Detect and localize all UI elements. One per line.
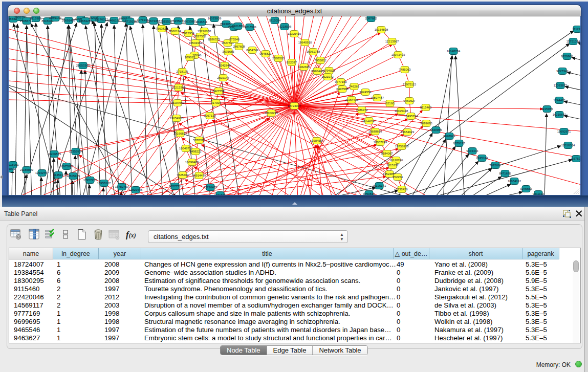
svg-text:15136141: 15136141 xyxy=(373,184,386,187)
svg-text:10719155: 10719155 xyxy=(123,20,137,23)
svg-text:822037: 822037 xyxy=(287,61,297,64)
svg-text:10973493: 10973493 xyxy=(391,53,405,56)
svg-text:13716485: 13716485 xyxy=(204,186,217,189)
svg-text:5498222: 5498222 xyxy=(189,150,202,153)
svg-text:5878332: 5878332 xyxy=(193,139,205,142)
svg-text:2087682: 2087682 xyxy=(365,17,377,20)
svg-text:8454749: 8454749 xyxy=(246,49,258,52)
svg-text:16107552: 16107552 xyxy=(171,101,185,104)
svg-text:12213967: 12213967 xyxy=(385,40,399,43)
svg-text:15751074: 15751074 xyxy=(567,40,580,43)
svg-text:1362635: 1362635 xyxy=(298,65,310,69)
svg-text:19756928: 19756928 xyxy=(395,145,409,148)
svg-text:62160: 62160 xyxy=(386,102,395,105)
svg-text:15495794: 15495794 xyxy=(404,115,418,118)
svg-text:111230: 111230 xyxy=(572,28,580,31)
svg-text:13325419: 13325419 xyxy=(288,32,301,35)
svg-text:10025438: 10025438 xyxy=(395,110,408,113)
svg-text:13226058: 13226058 xyxy=(198,30,211,33)
svg-text:8471676: 8471676 xyxy=(499,172,511,175)
svg-text:9242848: 9242848 xyxy=(219,64,231,67)
svg-text:9750812: 9750812 xyxy=(363,192,375,195)
svg-text:9311132: 9311132 xyxy=(533,192,545,195)
svg-text:16099489: 16099489 xyxy=(185,161,199,164)
svg-text:7632621: 7632621 xyxy=(489,164,502,167)
svg-text:1733426: 1733426 xyxy=(396,188,408,191)
svg-text:19654923: 19654923 xyxy=(401,130,415,134)
svg-text:17016504: 17016504 xyxy=(561,144,575,147)
svg-text:19384554: 19384554 xyxy=(310,139,324,142)
svg-text:15958107: 15958107 xyxy=(97,182,111,185)
svg-text:9184067: 9184067 xyxy=(381,152,393,155)
svg-text:12823446: 12823446 xyxy=(129,188,143,191)
svg-text:746266: 746266 xyxy=(349,85,360,88)
svg-text:8186323: 8186323 xyxy=(208,38,220,41)
svg-text:18640910: 18640910 xyxy=(298,41,312,44)
svg-text:9474444: 9474444 xyxy=(466,149,478,152)
svg-text:7485063: 7485063 xyxy=(399,68,411,71)
svg-text:10671355: 10671355 xyxy=(147,19,161,23)
svg-text:7386372: 7386372 xyxy=(356,108,368,112)
svg-text:6879197: 6879197 xyxy=(453,142,465,145)
svg-text:9646821: 9646821 xyxy=(259,52,272,55)
svg-text:16033809: 16033809 xyxy=(208,17,222,20)
svg-text:20364436: 20364436 xyxy=(345,98,359,101)
svg-text:317004: 317004 xyxy=(211,101,222,104)
svg-text:8938923: 8938923 xyxy=(443,135,455,138)
svg-text:1615132: 1615132 xyxy=(386,164,399,167)
svg-text:16210643: 16210643 xyxy=(553,113,567,116)
svg-text:10654112: 10654112 xyxy=(508,180,521,183)
svg-text:15692971: 15692971 xyxy=(557,130,571,133)
svg-text:7955812: 7955812 xyxy=(314,59,326,62)
svg-text:3675685: 3675685 xyxy=(222,50,234,53)
svg-text:12093872: 12093872 xyxy=(554,84,568,87)
svg-text:16033801: 16033801 xyxy=(183,20,197,23)
svg-text:1167533: 1167533 xyxy=(571,157,580,160)
svg-text:12505105: 12505105 xyxy=(67,174,80,178)
svg-text:10688609: 10688609 xyxy=(368,130,382,133)
svg-text:6794028: 6794028 xyxy=(323,69,335,72)
svg-text:2718176: 2718176 xyxy=(176,70,188,73)
svg-text:7663822: 7663822 xyxy=(156,27,168,30)
svg-text:28053346: 28053346 xyxy=(76,64,90,67)
svg-text:19654935: 19654935 xyxy=(170,117,184,120)
svg-text:20691406: 20691406 xyxy=(62,19,76,22)
svg-text:18724007: 18724007 xyxy=(288,104,301,107)
svg-text:19166827: 19166827 xyxy=(173,132,187,135)
svg-text:9699695: 9699695 xyxy=(420,122,432,125)
svg-text:3624554: 3624554 xyxy=(359,91,372,94)
svg-text:9227342: 9227342 xyxy=(556,70,569,73)
svg-text:9660124: 9660124 xyxy=(169,30,181,33)
svg-text:989015: 989015 xyxy=(185,56,195,59)
svg-text:8990448: 8990448 xyxy=(311,70,323,73)
svg-text:3215955: 3215955 xyxy=(541,107,553,111)
svg-text:10807487: 10807487 xyxy=(371,96,384,99)
svg-text:1621072: 1621072 xyxy=(321,75,334,78)
svg-text:9657771: 9657771 xyxy=(169,185,181,188)
svg-text:2867608: 2867608 xyxy=(233,45,245,48)
svg-text:9646811: 9646811 xyxy=(196,20,208,24)
svg-text:20206575: 20206575 xyxy=(48,152,61,156)
svg-text:18807249: 18807249 xyxy=(374,141,387,144)
svg-text:9463627: 9463627 xyxy=(403,99,416,102)
svg-text:10975867: 10975867 xyxy=(60,165,74,168)
svg-text:15276021: 15276021 xyxy=(95,18,108,21)
svg-text:12359934: 12359934 xyxy=(69,150,83,153)
svg-text:7625402: 7625402 xyxy=(177,173,189,177)
svg-text:2935114: 2935114 xyxy=(476,157,489,160)
svg-text:9777169: 9777169 xyxy=(335,80,347,83)
svg-text:9115460: 9115460 xyxy=(420,106,432,109)
svg-text:3915001: 3915001 xyxy=(9,167,15,170)
svg-text:9115901: 9115901 xyxy=(30,17,42,20)
svg-text:16914479: 16914479 xyxy=(192,174,206,177)
svg-text:8427552: 8427552 xyxy=(212,90,225,93)
svg-text:12213369: 12213369 xyxy=(172,86,186,89)
svg-text:9327505: 9327505 xyxy=(194,35,206,38)
svg-text:18300295: 18300295 xyxy=(265,112,278,115)
svg-text:16782759: 16782759 xyxy=(115,185,129,188)
svg-text:16543362: 16543362 xyxy=(189,41,203,45)
svg-text:16961758: 16961758 xyxy=(307,50,320,53)
svg-text:275546: 275546 xyxy=(229,38,240,41)
svg-text:17957255: 17957255 xyxy=(83,179,97,182)
svg-text:2603144: 2603144 xyxy=(217,76,229,79)
